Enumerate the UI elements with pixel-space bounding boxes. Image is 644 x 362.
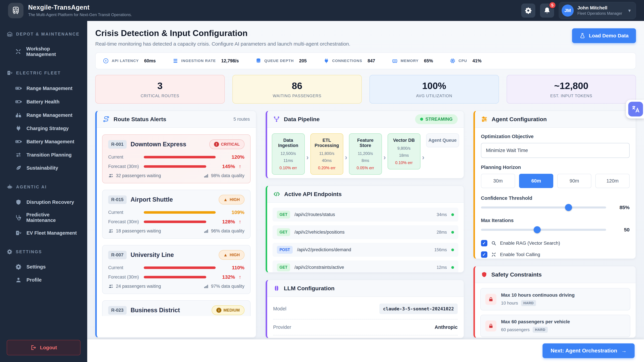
chevron-right-icon: › — [345, 153, 347, 161]
pipeline-stage-agent-queue: Agent Queue — [426, 133, 459, 147]
code-icon — [273, 191, 280, 198]
active-api-endpoints-panel: Active API Endpoints GET /api/v2/routes/… — [266, 186, 464, 273]
slider-thumb[interactable] — [565, 204, 572, 211]
sidebar-item-label: Battery Management — [26, 139, 74, 144]
logout-button[interactable]: Logout — [7, 340, 80, 355]
sidebar-item-label: Battery Health — [26, 99, 60, 105]
route-icon — [103, 116, 110, 122]
sidebar-item-label: Transition Planning — [26, 152, 72, 158]
sidebar-item-settings[interactable]: Settings — [7, 260, 80, 273]
alert-icon: ! — [214, 142, 219, 147]
severity-badge: ! CRITICAL — [209, 139, 244, 149]
sidebar-item-battery-health[interactable]: Battery Health — [7, 95, 80, 108]
stat-est-input-tokens: ~12,800 EST. INPUT TOKENS — [507, 75, 636, 104]
sidebar-item-disruption-recovery[interactable]: Disruption Recovery — [7, 196, 80, 209]
notifications-button[interactable]: 5 — [540, 3, 554, 17]
user-menu[interactable]: JM John Mitchell Fleet Operations Manage… — [559, 2, 636, 19]
arrow-right-icon: → — [621, 348, 626, 354]
stat-avg-utilization: 100% AVG UTILIZATION — [370, 75, 499, 104]
forecast-bar — [144, 276, 206, 278]
sidebar-item-label: Profile — [26, 277, 42, 283]
settings-button[interactable] — [521, 3, 535, 17]
passengers-icon — [108, 228, 114, 234]
checkbox[interactable]: ✓ — [481, 251, 487, 258]
healthy-dot — [451, 249, 454, 251]
endpoint-row: GET /api/v2/constraints/active 12ms — [272, 260, 458, 273]
next-agent-orchestration-button[interactable]: Next: Agent Orchestration → — [542, 344, 634, 358]
sidebar-item-ev-fleet-management[interactable]: EV Fleet Management — [7, 226, 80, 240]
search-icon — [491, 241, 496, 246]
metric-cpu: CPU 41% — [450, 58, 482, 64]
current-bar — [144, 156, 216, 158]
load-demo-data-button[interactable]: Load Demo Data — [572, 28, 636, 43]
bell-icon — [544, 7, 551, 14]
endpoint-row: GET /api/v2/routes/status 34ms — [272, 208, 458, 222]
translate-widget[interactable] — [626, 100, 644, 118]
confidence-threshold-slider[interactable] — [481, 206, 606, 209]
constraint-row: Max 60 passengers per vehicle 60 passeng… — [480, 315, 630, 337]
chevron-right-icon: › — [306, 153, 309, 161]
brain-icon — [273, 285, 280, 292]
constraint-type-badge: HARD — [521, 300, 536, 306]
current-bar — [144, 267, 216, 269]
activity-icon — [172, 58, 178, 64]
healthy-dot — [451, 231, 454, 234]
section-label: ELECTRIC FLEET — [16, 70, 61, 75]
signal-icon — [204, 284, 209, 289]
metric-ingestion-rate: INGESTION RATE 12,798/s — [172, 58, 239, 64]
sidebar-item-range-management-2[interactable]: Range Management — [7, 108, 80, 122]
horizon-90m-button[interactable]: 90m — [557, 174, 592, 188]
panel-title: Agent Configuration — [492, 116, 630, 122]
slider-thumb[interactable] — [534, 226, 541, 233]
status-dot — [420, 118, 423, 121]
sidebar-item-sustainability[interactable]: Sustainability — [7, 161, 80, 174]
battery-icon — [15, 85, 22, 92]
max-iterations-slider[interactable] — [481, 229, 606, 231]
data-pipeline-panel: Data Pipeline STREAMING Data Ingestion 1… — [266, 111, 464, 178]
battery-icon — [15, 138, 22, 145]
enable-rag-checkbox[interactable]: ✓ Enable RAG (Vector Search) — [481, 240, 630, 246]
llm-row-provider: Provider Anthropic — [273, 320, 458, 335]
sidebar-item-charging-strategy[interactable]: Charging Strategy — [7, 122, 80, 135]
optimization-objective-select[interactable]: Minimize Wait Time — [481, 143, 630, 158]
healthy-dot — [451, 213, 454, 216]
sidebar-item-workshop-management[interactable]: Workshop Management — [7, 43, 80, 60]
system-metrics-bar: API LATENCY 60ms INGESTION RATE 12,798/s… — [95, 52, 636, 69]
checkbox[interactable]: ✓ — [481, 240, 487, 246]
sidebar-item-label: Range Management — [26, 86, 72, 91]
sidebar-item-profile[interactable]: Profile — [7, 273, 80, 286]
sidebar-item-label: Range Management — [26, 112, 72, 118]
current-bar — [144, 211, 216, 214]
zap-icon — [103, 58, 109, 64]
route-card-r015: R-015 Airport Shuttle ▲ HIGH Current 109… — [102, 190, 250, 239]
sidebar-item-battery-management[interactable]: Battery Management — [7, 135, 80, 148]
panel-title: Active API Endpoints — [284, 191, 458, 197]
llm-row-model: Model claude-3-5-sonnet-20241022 — [273, 299, 458, 320]
plug-icon — [15, 125, 22, 132]
constraint-type-badge: HARD — [533, 327, 548, 333]
lock-icon — [485, 294, 496, 305]
routes-list[interactable]: R-001 Downtown Express ! CRITICAL Curren… — [97, 128, 256, 316]
healthy-dot — [451, 266, 454, 269]
horizon-30m-button[interactable]: 30m — [481, 174, 515, 188]
section-label: SETTINGS — [16, 249, 42, 254]
route-card-r001: R-001 Downtown Express ! CRITICAL Curren… — [102, 134, 250, 183]
sidebar-item-label: Predictive Maintenance — [26, 212, 79, 223]
sidebar-item-predictive-maintenance[interactable]: Predictive Maintenance — [7, 209, 80, 226]
warning-icon: ▲ — [224, 197, 228, 202]
sidebar-item-range-management[interactable]: Range Management — [7, 82, 80, 95]
trend-up-icon: ↑ — [239, 219, 244, 225]
sidebar-item-label: Charging Strategy — [26, 126, 68, 131]
user-role: Fleet Operations Manager — [578, 11, 622, 16]
cpu-icon — [450, 58, 456, 64]
route-card-r007: R-007 University Line ▲ HIGH Current 110… — [102, 245, 250, 294]
pipeline-stage-etl-processing: ETL Processing 11,800/s 40ms 0.20% err — [310, 133, 343, 175]
horizon-120m-button[interactable]: 120m — [595, 174, 630, 188]
horizon-60m-button[interactable]: 60m — [519, 174, 553, 188]
sidebar-item-transition-planning[interactable]: Transition Planning — [7, 148, 80, 161]
shield-icon — [481, 271, 487, 278]
route-status-alerts-panel: Route Status Alerts 5 routes R-001 Downt… — [95, 111, 256, 338]
ev-charging-icon — [15, 230, 22, 236]
sidebar-item-label: Disruption Recovery — [26, 199, 74, 205]
enable-tool-calling-checkbox[interactable]: ✓ Enable Tool Calling — [481, 251, 630, 258]
